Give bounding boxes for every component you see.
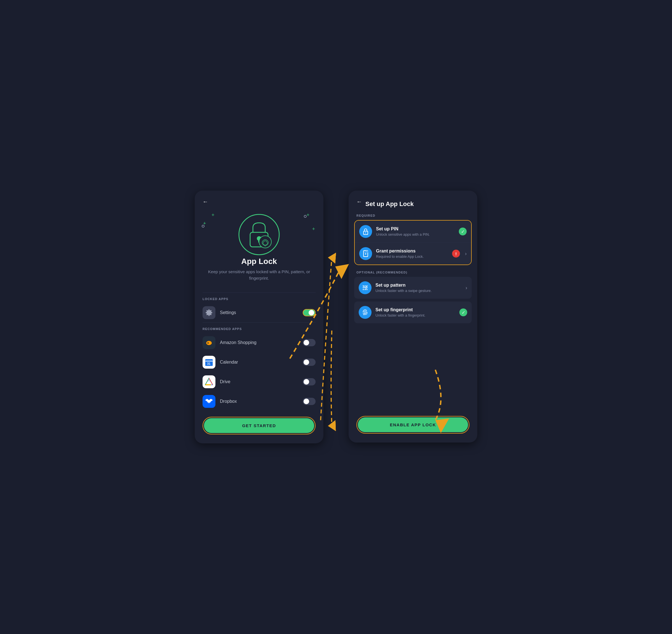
left-screen: ← + + + + bbox=[195, 191, 323, 443]
toggle-thumb bbox=[304, 379, 309, 384]
amazon-toggle[interactable] bbox=[303, 339, 316, 346]
fingerprint-status-check: ✓ bbox=[459, 308, 467, 316]
right-cta-container: ENABLE APP LOCK bbox=[349, 410, 477, 443]
right-content: REQUIRED Set up PIN Unlock sensitive app… bbox=[349, 214, 477, 410]
pin-icon bbox=[359, 225, 372, 238]
right-screen-title: Set up App Lock bbox=[365, 201, 414, 208]
permissions-desc: Required to enable App Lock. bbox=[376, 254, 448, 259]
permissions-chevron: › bbox=[465, 251, 467, 257]
pin-status-check: ✓ bbox=[459, 228, 467, 235]
fingerprint-icon bbox=[359, 306, 371, 319]
pin-title: Set up PIN bbox=[376, 227, 455, 232]
pattern-text: Set up pattern Unlock faster with a swip… bbox=[376, 283, 460, 293]
fingerprint-row[interactable]: Set up fingerprint Unlock faster with a … bbox=[354, 302, 472, 323]
svg-point-23 bbox=[365, 232, 366, 233]
back-button-left[interactable]: ← bbox=[202, 198, 208, 205]
app-subtitle: Keep your sensitive apps locked with a P… bbox=[202, 269, 316, 281]
svg-point-0 bbox=[239, 214, 279, 255]
svg-point-25 bbox=[365, 253, 366, 254]
deco-plus-3: + bbox=[306, 212, 309, 218]
settings-toggle[interactable] bbox=[303, 309, 316, 316]
drive-icon bbox=[202, 375, 215, 388]
toggle-thumb bbox=[304, 340, 309, 346]
optional-rows: Set up pattern Unlock faster with a swip… bbox=[354, 277, 472, 323]
svg-point-5 bbox=[206, 341, 212, 345]
svg-text:31: 31 bbox=[207, 362, 210, 365]
get-started-button[interactable]: GET STARTED bbox=[204, 418, 314, 433]
enable-app-lock-button[interactable]: ENABLE APP LOCK bbox=[358, 417, 468, 432]
deco-circle-1 bbox=[202, 225, 205, 228]
svg-point-38 bbox=[366, 289, 368, 290]
setup-pin-row[interactable]: Set up PIN Unlock sensitive apps with a … bbox=[355, 220, 471, 242]
dropbox-name: Dropbox bbox=[220, 399, 298, 404]
required-box: Set up PIN Unlock sensitive apps with a … bbox=[354, 220, 472, 265]
permissions-icon bbox=[359, 247, 372, 260]
fingerprint-title: Set up fingerprint bbox=[376, 307, 455, 312]
toggle-thumb bbox=[309, 310, 314, 315]
calendar-icon: 31 bbox=[202, 356, 215, 369]
hero-area: + + + + App L bbox=[195, 209, 323, 292]
amazon-icon: a bbox=[202, 336, 215, 349]
svg-point-33 bbox=[363, 287, 364, 288]
permissions-title: Grant permissions bbox=[376, 249, 448, 254]
dropbox-toggle[interactable] bbox=[303, 398, 316, 405]
left-cta-container: GET STARTED bbox=[195, 411, 323, 443]
drive-row: Drive bbox=[195, 372, 323, 392]
permissions-text: Grant permissions Required to enable App… bbox=[376, 249, 448, 259]
lock-icon bbox=[237, 212, 282, 257]
toggle-thumb bbox=[304, 359, 309, 365]
back-button-right[interactable]: ← bbox=[356, 198, 362, 205]
app-title: App Lock bbox=[241, 257, 277, 266]
svg-rect-9 bbox=[205, 361, 213, 362]
pattern-title: Set up pattern bbox=[376, 283, 460, 288]
drive-name: Drive bbox=[220, 379, 298, 384]
pattern-icon bbox=[359, 281, 371, 294]
fingerprint-desc: Unlock faster with a fingerprint. bbox=[376, 313, 455, 318]
deco-plus-1: + bbox=[212, 212, 215, 218]
calendar-name: Calendar bbox=[220, 360, 298, 365]
required-label: REQUIRED bbox=[354, 214, 472, 217]
pin-desc: Unlock sensitive apps with a PIN. bbox=[376, 232, 455, 237]
left-header: ← bbox=[195, 191, 323, 209]
right-header: ← Set up App Lock bbox=[349, 191, 477, 214]
settings-name: Settings bbox=[220, 310, 298, 315]
pattern-desc: Unlock faster with a swipe gesture. bbox=[376, 288, 460, 293]
calendar-row: 31 Calendar bbox=[195, 352, 323, 372]
svg-point-31 bbox=[364, 285, 366, 287]
svg-text:a: a bbox=[207, 341, 209, 344]
optional-label: OPTIONAL (RECOMMENDED) bbox=[354, 271, 472, 274]
grant-permissions-row[interactable]: Grant permissions Required to enable App… bbox=[355, 242, 471, 264]
deco-circle-2 bbox=[304, 215, 307, 218]
fingerprint-text: Set up fingerprint Unlock faster with a … bbox=[376, 307, 455, 318]
screens-container: ← + + + + bbox=[195, 191, 477, 443]
dropbox-row: Dropbox bbox=[195, 392, 323, 411]
locked-apps-label: LOCKED APPS bbox=[195, 293, 323, 303]
calendar-toggle[interactable] bbox=[303, 358, 316, 366]
amazon-name: Amazon Shopping bbox=[220, 340, 298, 345]
settings-icon bbox=[202, 306, 215, 319]
settings-row: Settings bbox=[195, 303, 323, 323]
permissions-error-icon: ! bbox=[452, 250, 460, 258]
right-screen: ← Set up App Lock REQUIRED Set up PIN Un… bbox=[349, 191, 477, 443]
toggle-thumb bbox=[304, 399, 309, 404]
drive-toggle[interactable] bbox=[303, 378, 316, 385]
pin-text: Set up PIN Unlock sensitive apps with a … bbox=[376, 227, 455, 237]
pattern-chevron: › bbox=[465, 285, 467, 291]
amazon-row: a Amazon Shopping bbox=[195, 333, 323, 352]
recommended-label: RECOMMENDED APPS bbox=[195, 323, 323, 333]
dropbox-icon bbox=[202, 395, 215, 408]
deco-plus-4: + bbox=[312, 226, 315, 232]
svg-point-36 bbox=[363, 289, 364, 290]
pattern-row[interactable]: Set up pattern Unlock faster with a swip… bbox=[354, 277, 472, 299]
